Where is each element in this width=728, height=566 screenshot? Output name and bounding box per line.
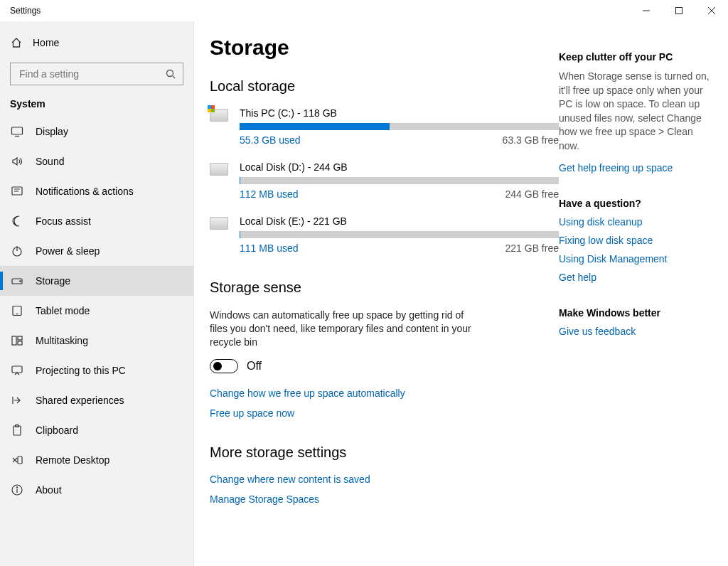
drive-used: 55.3 GB used: [240, 134, 301, 146]
sound-icon: [10, 155, 24, 168]
nav-label: Sound: [36, 156, 64, 167]
svg-line-5: [173, 76, 175, 78]
power-icon: [10, 245, 24, 257]
help-title-make-better: Make Windows better: [559, 307, 715, 319]
nav-label: Display: [36, 126, 68, 137]
storage-sense-desc: Windows can automatically free up space …: [210, 309, 473, 349]
projecting-icon: [10, 364, 24, 377]
sidebar: Home System Display Sound: [0, 21, 194, 566]
svg-point-4: [167, 70, 173, 77]
drive-d[interactable]: Local Disk (D:) - 244 GB 112 MB used 244…: [210, 161, 559, 200]
nav-label: Remote Desktop: [36, 454, 109, 466]
drive-icon: [210, 107, 231, 146]
local-storage-heading: Local storage: [210, 78, 559, 95]
nav-remote-desktop[interactable]: Remote Desktop: [0, 445, 193, 475]
nav-focus-assist[interactable]: Focus assist: [0, 206, 193, 236]
drive-icon: [210, 215, 231, 254]
svg-rect-15: [12, 336, 16, 345]
drive-used: 111 MB used: [240, 242, 299, 254]
svg-rect-21: [18, 456, 22, 464]
maximize-button[interactable]: [663, 0, 695, 21]
about-icon: [10, 484, 24, 496]
nav-label: Focus assist: [36, 215, 91, 227]
drive-name: Local Disk (D:) - 244 GB: [240, 161, 559, 173]
nav-label: Shared experiences: [36, 395, 124, 406]
help-text-clutter: When Storage sense is turned on, it'll f…: [559, 70, 715, 154]
nav-display[interactable]: Display: [0, 117, 193, 146]
storage-sense-heading: Storage sense: [210, 279, 559, 296]
help-title-question: Have a question?: [559, 198, 715, 209]
nav-storage[interactable]: Storage: [0, 266, 193, 296]
help-title-clutter: Keep clutter off your PC: [559, 51, 715, 63]
toggle-state-label: Off: [247, 360, 262, 373]
svg-rect-17: [18, 341, 22, 345]
drive-free: 221 GB free: [505, 242, 560, 254]
nav-label: Storage: [36, 275, 70, 287]
focus-assist-icon: [10, 215, 24, 228]
nav-label: Clipboard: [36, 424, 78, 436]
drive-icon: [210, 161, 231, 200]
nav-label: About: [36, 484, 62, 496]
link-change-free-up[interactable]: Change how we free up space automaticall…: [210, 388, 559, 399]
link-disk-cleanup[interactable]: Using disk cleanup: [559, 216, 715, 228]
search-box[interactable]: [10, 63, 183, 85]
nav-clipboard[interactable]: Clipboard: [0, 415, 193, 445]
nav-label: Multitasking: [36, 335, 88, 346]
window-title: Settings: [10, 6, 41, 16]
svg-point-24: [16, 487, 17, 488]
drive-free: 63.3 GB free: [503, 134, 559, 146]
search-icon: [166, 69, 176, 79]
svg-rect-1: [676, 8, 682, 14]
link-get-help[interactable]: Get help: [559, 272, 715, 283]
section-label: System: [0, 98, 193, 117]
drive-usage-bar: [240, 231, 559, 238]
link-change-content-saved[interactable]: Change where new content is saved: [210, 474, 559, 485]
drive-c[interactable]: This PC (C:) - 118 GB 55.3 GB used 63.3 …: [210, 107, 559, 146]
nav-list: Display Sound Notifications & actions Fo…: [0, 117, 193, 505]
page-title: Storage: [210, 36, 559, 60]
nav-power-sleep[interactable]: Power & sleep: [0, 236, 193, 266]
minimize-button[interactable]: [630, 0, 663, 21]
tablet-icon: [10, 304, 24, 317]
svg-rect-6: [12, 127, 23, 134]
svg-point-12: [20, 281, 21, 282]
nav-projecting[interactable]: Projecting to this PC: [0, 356, 193, 385]
nav-label: Projecting to this PC: [36, 365, 126, 376]
search-input[interactable]: [18, 68, 166, 80]
shared-icon: [10, 394, 24, 407]
drive-name: Local Disk (E:) - 221 GB: [240, 215, 559, 227]
close-button[interactable]: [695, 0, 728, 21]
storage-icon: [10, 274, 24, 287]
help-pane: Keep clutter off your PC When Storage se…: [559, 21, 728, 566]
nav-label: Power & sleep: [36, 245, 100, 257]
nav-sound[interactable]: Sound: [0, 146, 193, 176]
link-disk-management[interactable]: Using Disk Management: [559, 253, 715, 265]
svg-rect-18: [12, 366, 22, 373]
notifications-icon: [10, 185, 24, 198]
link-manage-storage-spaces[interactable]: Manage Storage Spaces: [210, 493, 559, 505]
nav-multitasking[interactable]: Multitasking: [0, 326, 193, 356]
nav-notifications[interactable]: Notifications & actions: [0, 176, 193, 206]
more-storage-heading: More storage settings: [210, 444, 559, 461]
nav-label: Tablet mode: [36, 305, 90, 316]
nav-tablet-mode[interactable]: Tablet mode: [0, 296, 193, 326]
drive-e[interactable]: Local Disk (E:) - 221 GB 111 MB used 221…: [210, 215, 559, 254]
link-help-freeing-space[interactable]: Get help freeing up space: [559, 162, 715, 173]
multitasking-icon: [10, 334, 24, 347]
drive-used: 112 MB used: [240, 188, 299, 200]
display-icon: [10, 125, 24, 138]
title-bar: Settings: [0, 0, 728, 21]
drive-usage-bar: [240, 177, 559, 184]
home-button[interactable]: Home: [0, 28, 193, 57]
storage-sense-toggle[interactable]: [210, 359, 238, 373]
drive-name: This PC (C:) - 118 GB: [240, 107, 559, 119]
nav-label: Notifications & actions: [36, 186, 134, 197]
link-give-feedback[interactable]: Give us feedback: [559, 326, 715, 337]
main-content: Storage Local storage This PC (C:) - 118…: [194, 21, 559, 566]
nav-shared-experiences[interactable]: Shared experiences: [0, 385, 193, 415]
svg-rect-16: [18, 336, 22, 340]
nav-about[interactable]: About: [0, 475, 193, 505]
remote-desktop-icon: [10, 454, 24, 466]
link-free-up-now[interactable]: Free up space now: [210, 407, 559, 419]
link-low-disk-space[interactable]: Fixing low disk space: [559, 235, 715, 246]
